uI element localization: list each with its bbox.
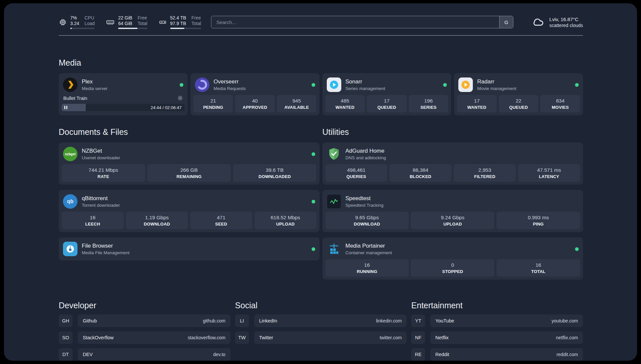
- portainer-status-dot: [575, 247, 579, 251]
- pause-icon[interactable]: [64, 106, 67, 109]
- section-heading-entertainment: Entertainment: [411, 301, 583, 310]
- portainer-icon: [327, 242, 341, 256]
- adguard-icon: [327, 147, 341, 161]
- radarr-icon: [458, 77, 473, 92]
- linkedin-link[interactable]: LinkedIn linkedin.com: [254, 315, 407, 327]
- search-engine-button[interactable]: G: [499, 16, 513, 28]
- stat-rate: 744.21 Mbps RATE: [62, 164, 145, 182]
- ram-total-label: Total: [137, 21, 147, 26]
- stat-latency: 47.571 ms LATENCY: [518, 164, 580, 182]
- twitter-abbr-tile[interactable]: TW: [235, 331, 249, 344]
- github-link[interactable]: Github github.com: [78, 315, 230, 327]
- stat-approved: 40 APPROVED: [235, 95, 275, 112]
- bookmark-youtube: YT YouTube youtube.com: [411, 315, 583, 327]
- section-developer: Developer GH Github github.com SO StackO…: [59, 301, 230, 361]
- section-heading-social: Social: [235, 301, 407, 310]
- cloud-icon: [531, 16, 545, 28]
- stat-ping: 0.993 ms PING: [497, 212, 580, 229]
- radarr-status-dot: [575, 83, 579, 87]
- github-abbr-tile[interactable]: GH: [59, 315, 73, 327]
- reddit-link[interactable]: Reddit reddit.com: [430, 348, 583, 361]
- dashboard: 7% 3.24 CPU Load: [4, 3, 637, 361]
- now-playing-title: Bullet Train: [63, 96, 87, 101]
- portainer-subtitle: Container management: [346, 250, 392, 255]
- section-documents: Documents & Files nzbget NZBGet Usenet d…: [59, 127, 320, 260]
- ram-free-label: Free: [137, 15, 147, 21]
- section-utilities: Utilities AdGuard Home: [322, 127, 583, 280]
- adguard-card[interactable]: AdGuard Home DNS and adblocking 498,461 …: [322, 142, 583, 185]
- stat-blocked: 86,384 BLOCKED: [389, 164, 451, 182]
- plex-title: Plex: [82, 78, 107, 85]
- stat-upload: 618.52 Mbps UPLOAD: [255, 212, 317, 229]
- speedtest-icon: [327, 194, 341, 209]
- ram-progress-bar: [118, 28, 147, 29]
- overseerr-title: Overseerr: [214, 78, 246, 85]
- weather-widget[interactable]: Lviv, 16.87°C scattered clouds: [531, 16, 583, 28]
- stat-filtered: 2,953 FILTERED: [454, 164, 516, 182]
- bookmark-linkedin: LI LinkedIn linkedin.com: [235, 315, 407, 327]
- portainer-title: Media Portainer: [346, 243, 392, 249]
- stat-series: 196 SERIES: [409, 95, 448, 112]
- stat-leech: 16 LEECH: [62, 212, 124, 229]
- playback-progress-bar: 24:44 / 02:06:47: [62, 104, 185, 111]
- stat-remaining: 266 GB REMAINING: [147, 164, 231, 182]
- youtube-abbr-tile[interactable]: YT: [411, 315, 425, 327]
- dev-abbr-tile[interactable]: DT: [59, 348, 73, 361]
- linkedin-abbr-tile[interactable]: LI: [235, 315, 249, 327]
- overseerr-icon: [195, 77, 209, 92]
- stat-pending: 21 PENDING: [194, 95, 233, 112]
- netflix-abbr-tile[interactable]: NF: [411, 331, 425, 344]
- twitter-link[interactable]: Twitter twitter.com: [254, 331, 407, 344]
- speedtest-card[interactable]: Speedtest Speedtest Tracking 9.65 Gbps D…: [322, 190, 583, 232]
- qbittorrent-card[interactable]: qb qBittorrent Torrent downloader 16 LEE…: [59, 190, 320, 232]
- disk-total: 97.9 TB: [170, 21, 186, 26]
- nzbget-title: NZBGet: [82, 148, 120, 154]
- stackoverflow-abbr-tile[interactable]: SO: [59, 331, 73, 344]
- disk-free-label: Free: [192, 15, 201, 21]
- disk-icon: [159, 18, 167, 26]
- playback-time: 24:44 / 02:06:47: [151, 105, 182, 110]
- disk-usage-widget: 52.4 TB 97.9 TB Free Total: [159, 15, 201, 29]
- section-entertainment: Entertainment YT YouTube youtube.com NF …: [411, 301, 583, 361]
- disk-progress-fill: [170, 28, 184, 29]
- bookmark-netflix: NF Netflix netflix.com: [411, 331, 583, 344]
- cpu-progress-bar: [70, 28, 95, 29]
- radarr-card[interactable]: Radarr Movie management 17 WANTED 22 QUE…: [454, 73, 583, 115]
- qbittorrent-subtitle: Torrent downloader: [82, 203, 120, 208]
- dev-link[interactable]: DEV dev.to: [78, 348, 230, 361]
- search-input[interactable]: [211, 16, 499, 28]
- stat-queued: 22 QUEUED: [499, 95, 538, 112]
- youtube-link[interactable]: YouTube youtube.com: [430, 315, 583, 327]
- sonarr-card[interactable]: Sonarr Series management 485 WANTED 17 Q…: [322, 73, 451, 115]
- stat-movies: 834 MOVIES: [540, 95, 580, 112]
- overseerr-status-dot: [312, 83, 315, 87]
- nzbget-card[interactable]: nzbget NZBGet Usenet downloader 744.21 M…: [59, 142, 320, 185]
- bookmark-dev: DT DEV dev.to: [59, 348, 230, 361]
- overseerr-card[interactable]: Overseerr Media Requests 21 PENDING 40 A…: [191, 73, 320, 115]
- stat-wanted: 485 WANTED: [325, 95, 365, 112]
- ram-usage-widget: 22 GiB 64 GiB Free Total: [106, 15, 147, 29]
- section-heading-developer: Developer: [59, 301, 230, 310]
- stackoverflow-link[interactable]: StackOverflow stackoverflow.com: [78, 331, 230, 344]
- filebrowser-card[interactable]: File Browser Media File Management: [59, 237, 320, 260]
- netflix-link[interactable]: Netflix netflix.com: [430, 331, 583, 344]
- stat-available: 945 AVAILABLE: [277, 95, 317, 112]
- stat-queued: 17 QUEUED: [367, 95, 407, 112]
- cpu-load-label: Load: [84, 21, 95, 26]
- portainer-card[interactable]: Media Portainer Container management 16 …: [322, 237, 583, 280]
- nzbget-subtitle: Usenet downloader: [82, 155, 120, 160]
- section-heading-media: Media: [59, 58, 583, 68]
- gear-icon[interactable]: [177, 95, 183, 101]
- stat-queries: 498,461 QUERIES: [325, 164, 387, 182]
- plex-card[interactable]: Plex Media server Bullet Train: [59, 73, 188, 115]
- sonarr-icon: [327, 77, 341, 92]
- speedtest-title: Speedtest: [346, 195, 384, 202]
- reddit-abbr-tile[interactable]: RE: [411, 348, 425, 361]
- qbittorrent-icon: qb: [63, 194, 77, 209]
- overseerr-subtitle: Media Requests: [214, 86, 246, 91]
- nzbget-icon: nzbget: [63, 147, 77, 161]
- bookmark-stackoverflow: SO StackOverflow stackoverflow.com: [59, 331, 230, 344]
- cpu-usage-widget: 7% 3.24 CPU Load: [59, 15, 95, 29]
- radarr-title: Radarr: [477, 78, 516, 85]
- stat-downloaded: 39.6 TB DOWNLOADED: [233, 164, 317, 182]
